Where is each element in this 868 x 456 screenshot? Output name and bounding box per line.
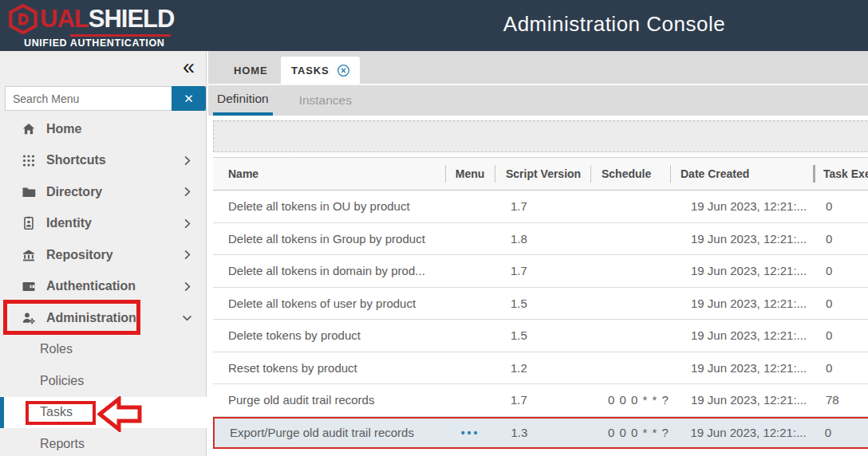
toolbar-placeholder <box>213 120 868 152</box>
cell-date-created: 19 Jun 2023, 12:21:... <box>670 232 813 246</box>
sidebar-item-label: Tasks <box>40 405 73 419</box>
sidebar-item-administration[interactable]: Administration <box>0 302 207 334</box>
column-header-script-version[interactable]: Script Version <box>495 158 590 190</box>
cell-date-created: 19 Jun 2023, 12:21:... <box>670 393 813 407</box>
close-icon: ✕ <box>183 92 194 106</box>
cell-task-exec: 0 <box>813 199 868 213</box>
sidebar-item-tasks[interactable]: Tasks <box>0 397 207 429</box>
subtab-instances[interactable]: Instances <box>295 85 356 116</box>
column-header-schedule[interactable]: Schedule <box>590 158 670 190</box>
table-header: Name Menu Script Version Schedule Date C… <box>213 157 868 191</box>
cell-date-created: 19 Jun 2023, 12:21:... <box>670 426 812 439</box>
sidebar-item-label: Identity <box>46 216 92 230</box>
brand-tagline: UNIFIED AUTHENTICATION <box>24 37 174 49</box>
cell-task-exec: 0 <box>812 426 868 439</box>
cell-task-exec: 0 <box>813 361 868 375</box>
search-input[interactable] <box>5 86 172 111</box>
table-row-selected[interactable]: Export/Purge old audit trail records •••… <box>213 417 868 450</box>
sidebar-item-label: Shortcuts <box>46 153 106 167</box>
cell-script-version: 1.3 <box>495 426 590 439</box>
chevron-down-icon <box>180 311 194 324</box>
administration-console-window: UALSHIELD UNIFIED AUTHENTICATION Adminis… <box>0 0 868 456</box>
chevron-right-icon <box>180 185 194 199</box>
subtab-bar: Definition Instances <box>208 85 868 116</box>
column-header-menu[interactable]: Menu <box>445 158 495 190</box>
authentication-wallet-icon <box>22 279 36 293</box>
sidebar-menu: Home Shortcuts Directory I <box>0 113 207 456</box>
subtab-definition[interactable]: Definition <box>213 85 273 116</box>
cell-name: Delete tokens by product <box>213 328 445 342</box>
sidebar-item-label: Repository <box>46 248 113 262</box>
sidebar-item-authentication[interactable]: Authentication <box>0 271 207 303</box>
table-row[interactable]: Purge old audit trail records 1.7 0 0 0 … <box>213 384 868 417</box>
column-header-date-created[interactable]: Date Created <box>670 158 813 190</box>
tasks-table: Name Menu Script Version Schedule Date C… <box>213 157 868 449</box>
table-row[interactable]: Delete all tokens in Group by product 1.… <box>213 223 868 256</box>
cell-schedule: 0 0 0 * * ? <box>590 393 670 407</box>
table-row[interactable]: Delete tokens by product 1.5 19 Jun 2023… <box>213 320 868 352</box>
row-actions-ellipsis-icon[interactable]: ••• <box>446 427 495 439</box>
cell-task-exec: 0 <box>813 297 868 310</box>
cell-script-version: 1.7 <box>495 199 590 213</box>
table-row[interactable]: Reset tokens by product 1.2 19 Jun 2023,… <box>213 352 868 385</box>
sidebar-item-label: Directory <box>46 185 102 199</box>
subtab-label: Definition <box>217 92 269 106</box>
cell-date-created: 19 Jun 2023, 12:21:... <box>670 264 813 277</box>
cell-name: Delete all tokens in domain by prod... <box>213 264 445 277</box>
sidebar-item-policies[interactable]: Policies <box>0 365 207 397</box>
header-bar: UALSHIELD UNIFIED AUTHENTICATION Adminis… <box>0 0 868 51</box>
cell-name: Delete all tokens of user by product <box>213 297 445 310</box>
chevron-right-icon <box>180 248 194 261</box>
table-row[interactable]: Delete all tokens in OU by product 1.7 1… <box>213 191 868 223</box>
cell-date-created: 19 Jun 2023, 12:21:... <box>670 297 813 310</box>
sidebar-item-label: Home <box>46 122 81 136</box>
identity-badge-icon <box>22 216 36 230</box>
cell-task-exec: 0 <box>813 264 868 277</box>
cell-name: Reset tokens by product <box>213 361 445 375</box>
home-icon <box>22 122 36 136</box>
sidebar-item-reports[interactable]: Reports <box>0 428 207 456</box>
sidebar-item-label: Roles <box>40 342 73 356</box>
cell-task-exec: 0 <box>813 328 868 342</box>
sidebar-item-home[interactable]: Home <box>0 113 207 145</box>
chevron-right-icon <box>180 280 194 293</box>
column-header-task-exec[interactable]: Task Exec <box>813 158 868 190</box>
tab-close-icon[interactable] <box>337 64 350 77</box>
column-header-name[interactable]: Name <box>213 158 445 190</box>
page-title: Administration Console <box>503 12 725 37</box>
main-content: HOME TASKS Definition Instances Name Men… <box>208 51 868 456</box>
table-row[interactable]: Delete all tokens in domain by prod... 1… <box>213 255 868 288</box>
cell-script-version: 1.8 <box>495 232 590 246</box>
tab-bar: HOME TASKS <box>208 51 868 85</box>
directory-folder-icon <box>22 185 36 199</box>
sidebar-item-label: Authentication <box>46 279 136 293</box>
cell-date-created: 19 Jun 2023, 12:21:... <box>670 328 813 342</box>
sidebar-item-shortcuts[interactable]: Shortcuts <box>0 145 207 177</box>
chevron-right-icon <box>180 154 194 167</box>
cell-script-version: 1.5 <box>495 328 590 342</box>
sidebar-item-directory[interactable]: Directory <box>0 176 207 208</box>
cell-script-version: 1.2 <box>495 361 590 375</box>
cell-name: Export/Purge old audit trail records <box>215 426 446 439</box>
cell-task-exec: 78 <box>813 393 868 407</box>
sidebar-item-roles[interactable]: Roles <box>0 334 207 366</box>
subtab-label: Instances <box>299 93 352 108</box>
sidebar-item-label: Reports <box>40 437 85 451</box>
table-row[interactable]: Delete all tokens of user by product 1.5… <box>213 288 868 320</box>
tab-home[interactable]: HOME <box>218 57 284 84</box>
search-row: ✕ <box>5 86 206 111</box>
brand-logo: UALSHIELD UNIFIED AUTHENTICATION <box>8 4 174 49</box>
search-clear-button[interactable]: ✕ <box>172 86 206 111</box>
repository-bank-icon <box>22 248 36 262</box>
sidebar-item-label: Policies <box>40 374 84 388</box>
cell-name: Delete all tokens in OU by product <box>213 199 445 213</box>
sidebar-item-repository[interactable]: Repository <box>0 239 207 271</box>
cell-name: Purge old audit trail records <box>213 393 445 407</box>
chevron-right-icon <box>180 217 194 230</box>
tab-tasks[interactable]: TASKS <box>281 57 360 84</box>
sidebar: « ✕ Home Shortcuts <box>0 51 207 456</box>
sidebar-item-identity[interactable]: Identity <box>0 208 207 240</box>
cell-date-created: 19 Jun 2023, 12:21:... <box>670 199 813 213</box>
cell-script-version: 1.5 <box>495 297 590 310</box>
collapse-sidebar-icon[interactable]: « <box>183 56 195 80</box>
